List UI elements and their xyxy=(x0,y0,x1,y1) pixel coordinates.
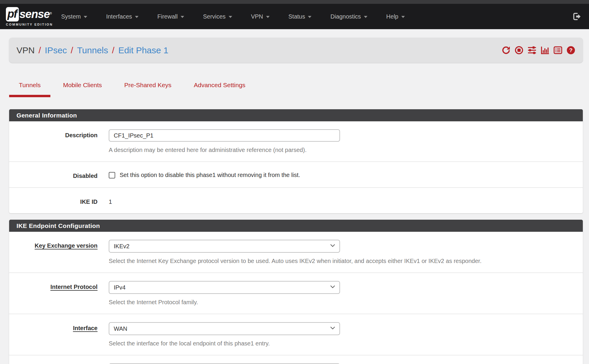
description-help-text: A description may be entered here for ad… xyxy=(109,147,575,153)
nav-item-help[interactable]: Help xyxy=(386,13,405,20)
disabled-checkbox-text: Set this option to disable this phase1 w… xyxy=(120,172,300,178)
ike-id-value: 1 xyxy=(109,196,575,205)
breadcrumb-bar: VPN / IPsec / Tunnels / Edit Phase 1 xyxy=(9,38,583,63)
form-row-interface: Interface WAN Select the interface for t… xyxy=(9,314,583,355)
form-row-internet-protocol: Internet Protocol IPv4 Select the Intern… xyxy=(9,272,583,314)
ike-id-label: IKE ID xyxy=(9,196,98,205)
form-row-remote-gateway: Remote Gateway Enter the public IP addre… xyxy=(9,355,583,364)
logo-edition: COMMUNITY EDITION xyxy=(6,23,53,26)
caret-down-icon xyxy=(401,16,405,18)
breadcrumb-separator: / xyxy=(39,45,41,55)
disabled-checkbox[interactable] xyxy=(109,172,115,178)
nav-item-vpn[interactable]: VPN xyxy=(251,13,270,20)
stop-circle-icon[interactable] xyxy=(514,46,524,55)
tab-tunnels[interactable]: Tunnels xyxy=(9,82,50,97)
interface-help-text: Select the interface for the local endpo… xyxy=(109,340,575,347)
key-exchange-version-label: Key Exchange version xyxy=(9,240,98,264)
breadcrumb-tunnels-link[interactable]: Tunnels xyxy=(77,45,108,55)
help-icon[interactable]: ? xyxy=(566,46,575,55)
list-icon[interactable] xyxy=(553,46,562,55)
sign-out-icon[interactable] xyxy=(572,12,581,21)
logo-registered-mark: ® xyxy=(50,12,52,15)
tab-bar: Tunnels Mobile Clients Pre-Shared Keys A… xyxy=(9,82,583,97)
interface-label: Interface xyxy=(9,322,98,347)
caret-down-icon xyxy=(229,16,232,18)
nav-item-system[interactable]: System xyxy=(61,13,88,20)
caret-down-icon xyxy=(181,16,184,18)
key-exchange-version-help-text: Select the Internet Key Exchange protoco… xyxy=(109,258,575,264)
svg-text:?: ? xyxy=(569,47,572,53)
page-content: VPN / IPsec / Tunnels / Edit Phase 1 xyxy=(0,38,589,364)
description-label: Description xyxy=(9,129,98,153)
nav-item-diagnostics[interactable]: Diagnostics xyxy=(330,13,367,20)
internet-protocol-select[interactable]: IPv4 xyxy=(109,281,340,294)
internet-protocol-label: Internet Protocol xyxy=(9,281,98,306)
nav-item-firewall[interactable]: Firewall xyxy=(157,13,184,20)
description-input[interactable] xyxy=(109,129,340,142)
top-navbar: pf sense ® COMMUNITY EDITION System Inte… xyxy=(0,4,589,29)
panel-title: General Information xyxy=(9,109,583,121)
panel-ike-endpoint-configuration: IKE Endpoint Configuration Key Exchange … xyxy=(9,220,583,364)
breadcrumb-action-icons: ? xyxy=(501,46,575,55)
bar-chart-icon[interactable] xyxy=(540,46,550,55)
interface-select[interactable]: WAN xyxy=(109,322,340,335)
form-row-description: Description A description may be entered… xyxy=(9,121,583,161)
caret-down-icon xyxy=(266,16,270,18)
refresh-icon[interactable] xyxy=(501,46,511,55)
logo-pf: pf xyxy=(6,7,19,21)
form-row-key-exchange-version: Key Exchange version IKEv2 Select the In… xyxy=(9,232,583,272)
nav-menu: System Interfaces Firewall Services VPN … xyxy=(61,13,572,20)
window-chrome-strip xyxy=(0,0,589,4)
caret-down-icon xyxy=(135,16,138,18)
nav-item-status[interactable]: Status xyxy=(288,13,312,20)
internet-protocol-help-text: Select the Internet Protocol family. xyxy=(109,299,575,306)
tab-mobile-clients[interactable]: Mobile Clients xyxy=(53,82,112,97)
key-exchange-version-select[interactable]: IKEv2 xyxy=(109,240,340,253)
caret-down-icon xyxy=(84,16,87,18)
breadcrumb-vpn: VPN xyxy=(17,45,35,55)
nav-item-services[interactable]: Services xyxy=(203,13,232,20)
breadcrumb-separator: / xyxy=(112,45,114,55)
form-row-disabled: Disabled Set this option to disable this… xyxy=(9,161,583,187)
breadcrumb-ipsec-link[interactable]: IPsec xyxy=(45,45,67,55)
breadcrumb: VPN / IPsec / Tunnels / Edit Phase 1 xyxy=(17,45,169,55)
pfsense-logo[interactable]: pf sense ® COMMUNITY EDITION xyxy=(6,7,53,26)
caret-down-icon xyxy=(308,16,311,18)
tab-advanced-settings[interactable]: Advanced Settings xyxy=(184,82,255,97)
sliders-icon[interactable] xyxy=(527,46,537,55)
panel-title: IKE Endpoint Configuration xyxy=(9,220,583,232)
form-row-ike-id: IKE ID 1 xyxy=(9,187,583,213)
panel-general-information: General Information Description A descri… xyxy=(9,109,583,213)
breadcrumb-edit-phase1-link[interactable]: Edit Phase 1 xyxy=(118,45,168,55)
breadcrumb-separator: / xyxy=(71,45,73,55)
nav-item-interfaces[interactable]: Interfaces xyxy=(106,13,138,20)
logo-sense: sense xyxy=(19,9,50,20)
caret-down-icon xyxy=(364,16,367,18)
disabled-label: Disabled xyxy=(9,170,98,179)
tab-pre-shared-keys[interactable]: Pre-Shared Keys xyxy=(115,82,181,97)
